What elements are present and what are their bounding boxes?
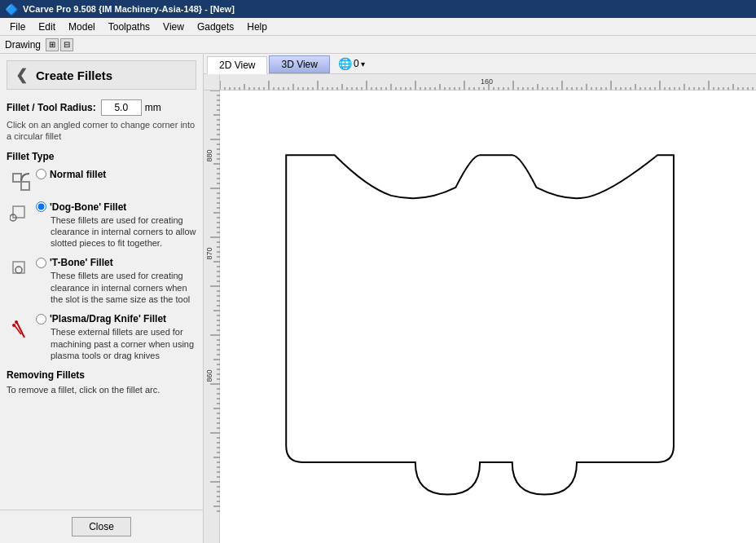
toolbar-icon-1[interactable]: ⊞ <box>46 38 59 51</box>
dogbone-fillet-radio[interactable] <box>36 201 46 212</box>
removing-section: Removing Fillets To remove a fillet, cli… <box>7 369 196 395</box>
tbone-fillet-icon-container <box>7 257 36 281</box>
ruler-label-860: 860 <box>205 369 213 382</box>
toolbar-icon-2[interactable]: ⊟ <box>60 38 73 51</box>
ruler-label-160: 160 <box>481 77 493 86</box>
dogbone-fillet-radio-row: 'Dog-Bone' Fillet <box>36 201 196 213</box>
tbone-fillet-radio-row: 'T-Bone' Fillet <box>36 257 196 268</box>
tbone-fillet-description: These fillets are used for creating clea… <box>36 270 196 305</box>
fillet-radius-row: Fillet / Tool Radius: mm <box>7 99 196 116</box>
plasma-fillet-icon <box>10 318 33 341</box>
fillet-type-section-title: Fillet Type <box>7 151 196 162</box>
tbone-fillet-radio[interactable] <box>36 258 46 268</box>
fillet-option-dogbone: 'Dog-Bone' Fillet These fillets are used… <box>7 201 196 249</box>
svg-rect-1 <box>21 182 29 190</box>
normal-fillet-radio-row: Normal fillet <box>36 169 196 180</box>
toolbar-drawing-label: Drawing <box>5 39 41 51</box>
fillet-radius-unit: mm <box>145 102 161 113</box>
menu-view[interactable]: View <box>156 20 191 34</box>
removing-title: Removing Fillets <box>7 369 196 381</box>
left-ruler-svg: 880 870 860 <box>204 90 220 543</box>
fillet-radius-input[interactable] <box>101 99 142 116</box>
plasma-fillet-content: 'Plasma/Drag Knife' Fillet These externa… <box>36 313 196 361</box>
close-button[interactable]: Close <box>72 517 131 536</box>
svg-point-3 <box>15 267 22 273</box>
main-shape <box>286 155 674 494</box>
drawing-canvas <box>220 90 756 543</box>
plasma-fillet-label[interactable]: 'Plasma/Drag Knife' Fillet <box>50 313 166 324</box>
menu-edit[interactable]: Edit <box>32 20 62 34</box>
plasma-fillet-radio-row: 'Plasma/Drag Knife' Fillet <box>36 313 196 324</box>
ruler-label-870: 870 <box>205 247 213 259</box>
ruler-corner <box>204 74 220 90</box>
tbone-fillet-icon <box>10 258 33 281</box>
panel-content: ❮ Create Fillets Fillet / Tool Radius: m… <box>0 54 203 510</box>
tbone-fillet-label[interactable]: 'T-Bone' Fillet <box>50 257 113 268</box>
dogbone-fillet-description: These fillets are used for creating clea… <box>36 214 196 249</box>
plasma-fillet-description: These external fillets are used for mach… <box>36 326 196 361</box>
dogbone-fillet-icon-container <box>7 201 36 226</box>
fillet-hint-text: Click on an angled corner to change corn… <box>7 119 196 143</box>
menu-file[interactable]: File <box>3 20 32 34</box>
normal-fillet-label[interactable]: Normal fillet <box>50 169 106 180</box>
top-ruler-svg: 160 <box>220 74 756 90</box>
title-bar: 🔷 VCarve Pro 9.508 {IM Machinery-Asia-14… <box>0 0 756 18</box>
main-layout: ❮ Create Fillets Fillet / Tool Radius: m… <box>0 54 756 543</box>
ruler-top: 160 <box>220 74 756 90</box>
normal-fillet-content: Normal fillet <box>36 169 196 182</box>
svg-point-6 <box>15 320 18 324</box>
right-panel: 2D View 3D View 🌐 0 ▾ 160 <box>204 54 756 543</box>
view-icon: 🌐 <box>338 57 352 70</box>
ruler-left: 880 870 860 <box>204 90 220 543</box>
normal-fillet-radio[interactable] <box>36 169 46 179</box>
canvas-area[interactable]: 160 880 870 860 <box>204 74 756 543</box>
panel-buttons: Close <box>0 510 203 543</box>
fillet-option-plasma: 'Plasma/Drag Knife' Fillet These externa… <box>7 313 196 361</box>
left-panel: ❮ Create Fillets Fillet / Tool Radius: m… <box>0 54 204 543</box>
menu-toolpaths[interactable]: Toolpaths <box>102 20 156 34</box>
menu-help[interactable]: Help <box>240 20 274 34</box>
tbone-fillet-content: 'T-Bone' Fillet These fillets are used f… <box>36 257 196 305</box>
fillet-option-tbone: 'T-Bone' Fillet These fillets are used f… <box>7 257 196 305</box>
create-fillets-header[interactable]: ❮ Create Fillets <box>7 60 196 90</box>
fillet-option-normal: Normal fillet <box>7 169 196 193</box>
back-arrow[interactable]: ❮ <box>15 66 28 84</box>
fillet-radius-label: Fillet / Tool Radius: <box>7 102 96 113</box>
view-tabs: 2D View 3D View 🌐 0 ▾ <box>204 54 756 74</box>
plasma-fillet-icon-container <box>7 313 36 341</box>
dogbone-fillet-content: 'Dog-Bone' Fillet These fillets are used… <box>36 201 196 249</box>
title-bar-text: VCarve Pro 9.508 {IM Machinery-Asia-148}… <box>23 4 235 14</box>
removing-hint: To remove a fillet, click on the fillet … <box>7 384 196 395</box>
tab-2d-view[interactable]: 2D View <box>207 56 267 74</box>
menu-model[interactable]: Model <box>62 20 102 34</box>
svg-point-7 <box>12 324 15 327</box>
normal-fillet-icon-container <box>7 169 36 193</box>
toolbar-area: Drawing ⊞ ⊟ <box>0 36 756 54</box>
menu-bar: File Edit Model Toolpaths View Gadgets H… <box>0 18 756 36</box>
dogbone-fillet-label[interactable]: 'Dog-Bone' Fillet <box>50 201 126 213</box>
ruler-label-880: 880 <box>205 149 213 161</box>
dogbone-fillet-icon <box>10 203 33 226</box>
create-fillets-title: Create Fillets <box>36 68 112 82</box>
tab-3d-view[interactable]: 3D View <box>269 55 329 73</box>
app-icon: 🔷 <box>5 3 18 15</box>
svg-rect-0 <box>13 174 21 182</box>
view-dropdown-arrow[interactable]: ▾ <box>361 60 365 68</box>
shape-svg <box>220 90 756 543</box>
plasma-fillet-radio[interactable] <box>36 314 46 324</box>
menu-gadgets[interactable]: Gadgets <box>191 20 240 34</box>
normal-fillet-icon <box>10 170 33 193</box>
view-label: 0 <box>354 58 359 69</box>
